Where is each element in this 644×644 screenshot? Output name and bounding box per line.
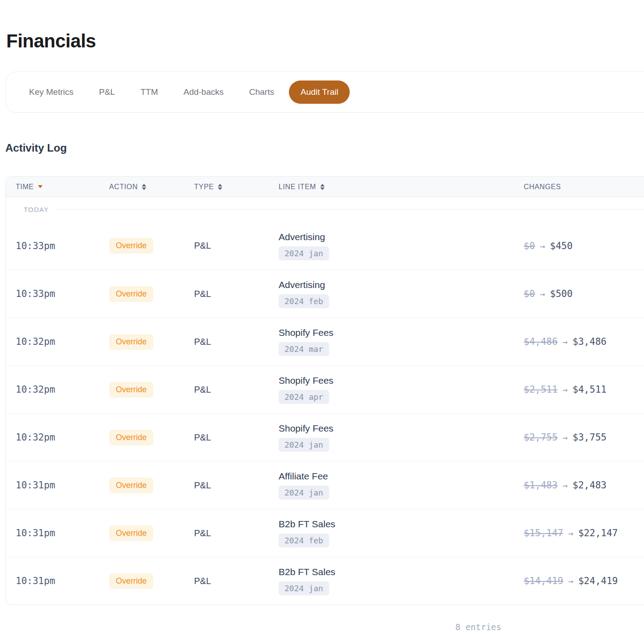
new-value: $22,147 <box>578 528 618 538</box>
period-badge: 2024 mar <box>279 342 329 356</box>
period-badge: 2024 feb <box>279 294 329 308</box>
line-item-name: B2b FT Sales <box>279 519 335 530</box>
old-value: $0 <box>524 288 535 299</box>
changes-cell: $2,755→$3,755 <box>524 432 644 443</box>
new-value: $4,511 <box>572 384 606 395</box>
old-value: $1,483 <box>524 480 558 491</box>
line-item-cell: Advertising 2024 feb <box>279 280 524 308</box>
tab-bar: Key Metrics P&L TTM Add-backs Charts Aud… <box>5 72 644 113</box>
period-badge: 2024 apr <box>279 390 329 404</box>
old-value: $4,486 <box>524 336 558 347</box>
column-label-time: TIME <box>16 183 34 191</box>
column-header-time[interactable]: TIME <box>16 183 109 191</box>
table-row: 10:33pm Override P&L Advertising 2024 fe… <box>6 270 644 318</box>
row-type: P&L <box>194 241 279 251</box>
old-value: $2,755 <box>524 432 558 443</box>
sort-desc-icon <box>38 185 42 188</box>
column-header-action[interactable]: ACTION <box>109 183 194 191</box>
page-title: Financials <box>6 30 644 52</box>
arrow-icon: → <box>568 528 573 538</box>
arrow-icon: → <box>563 385 568 394</box>
column-header-line-item[interactable]: LINE ITEM <box>279 183 524 191</box>
action-cell: Override <box>109 334 153 350</box>
changes-cell: $2,511→$4,511 <box>524 384 644 395</box>
tab-pnl[interactable]: P&L <box>99 87 115 97</box>
action-badge: Override <box>109 382 153 398</box>
line-item-cell: B2b FT Sales 2024 feb <box>279 519 524 547</box>
changes-cell: $14,419→$24,419 <box>524 576 644 586</box>
arrow-icon: → <box>563 480 568 490</box>
tab-key-metrics[interactable]: Key Metrics <box>29 87 73 97</box>
line-item-name: Affiliate Fee <box>279 471 328 482</box>
old-value: $15,147 <box>524 528 564 538</box>
arrow-icon: → <box>540 289 545 299</box>
section-title: Activity Log <box>5 142 644 154</box>
line-item-name: Shopify Fees <box>279 327 334 338</box>
action-badge: Override <box>109 334 153 350</box>
tab-ttm[interactable]: TTM <box>140 87 158 97</box>
arrow-icon: → <box>563 432 568 442</box>
action-cell: Override <box>109 286 153 302</box>
new-value: $2,483 <box>572 480 606 491</box>
tab-audit-trail[interactable]: Audit Trail <box>289 80 350 104</box>
sort-icon <box>320 184 325 190</box>
line-item-cell: Shopify Fees 2024 apr <box>279 375 524 404</box>
column-label-type: TYPE <box>194 183 214 191</box>
arrow-icon: → <box>568 576 573 586</box>
tab-charts[interactable]: Charts <box>249 87 274 97</box>
line-item-cell: B2b FT Sales 2024 jan <box>279 567 524 595</box>
page: Financials Key Metrics P&L TTM Add-backs… <box>0 0 644 632</box>
row-time: 10:33pm <box>16 288 109 299</box>
action-badge: Override <box>109 286 153 302</box>
column-label-changes: CHANGES <box>524 183 561 191</box>
changes-cell: $0→$500 <box>524 288 644 299</box>
line-item-name: Shopify Fees <box>279 375 334 386</box>
arrow-icon: → <box>540 241 545 251</box>
new-value: $450 <box>550 241 573 251</box>
period-badge: 2024 jan <box>279 581 329 595</box>
line-item-name: Advertising <box>279 232 325 242</box>
column-label-action: ACTION <box>109 183 138 191</box>
changes-cell: $15,147→$22,147 <box>524 528 644 538</box>
table-row: 10:32pm Override P&L Shopify Fees 2024 j… <box>6 413 644 461</box>
changes-cell: $1,483→$2,483 <box>524 480 644 491</box>
line-item-cell: Shopify Fees 2024 mar <box>279 327 524 356</box>
row-type: P&L <box>194 528 279 538</box>
arrow-icon: → <box>563 337 568 347</box>
tab-add-backs[interactable]: Add-backs <box>183 87 224 97</box>
action-badge: Override <box>109 478 153 493</box>
divider-line <box>57 209 644 210</box>
line-item-cell: Advertising 2024 jan <box>279 232 524 260</box>
row-type: P&L <box>194 480 279 491</box>
action-cell: Override <box>109 478 153 493</box>
table-row: 10:31pm Override P&L B2b FT Sales 2024 j… <box>6 557 644 605</box>
row-time: 10:31pm <box>16 528 109 538</box>
table-row: 10:33pm Override P&L Advertising 2024 ja… <box>6 222 644 270</box>
changes-cell: $0→$450 <box>524 241 644 251</box>
old-value: $14,419 <box>524 576 564 586</box>
action-badge: Override <box>109 238 153 254</box>
table-row: 10:32pm Override P&L Shopify Fees 2024 a… <box>6 365 644 413</box>
action-badge: Override <box>109 430 153 445</box>
old-value: $0 <box>524 241 535 251</box>
table-header-row: TIME ACTION TYPE LINE ITEM CHANGES <box>6 177 644 197</box>
column-header-changes: CHANGES <box>524 183 644 191</box>
action-badge: Override <box>109 525 153 541</box>
line-item-name: Advertising <box>279 280 325 290</box>
row-type: P&L <box>194 289 279 299</box>
row-type: P&L <box>194 432 279 443</box>
period-badge: 2024 jan <box>279 486 329 500</box>
table-row: 10:31pm Override P&L B2b FT Sales 2024 f… <box>6 509 644 557</box>
table-row: 10:32pm Override P&L Shopify Fees 2024 m… <box>6 318 644 365</box>
entries-count: 8 entries <box>455 622 644 632</box>
action-cell: Override <box>109 573 153 589</box>
new-value: $3,486 <box>572 336 606 347</box>
line-item-name: Shopify Fees <box>279 423 334 434</box>
period-badge: 2024 feb <box>279 534 329 547</box>
column-header-type[interactable]: TYPE <box>194 183 279 191</box>
line-item-cell: Shopify Fees 2024 jan <box>279 423 524 452</box>
row-time: 10:32pm <box>16 432 109 443</box>
changes-cell: $4,486→$3,486 <box>524 336 644 347</box>
row-time: 10:32pm <box>16 336 109 347</box>
period-badge: 2024 jan <box>279 246 329 260</box>
